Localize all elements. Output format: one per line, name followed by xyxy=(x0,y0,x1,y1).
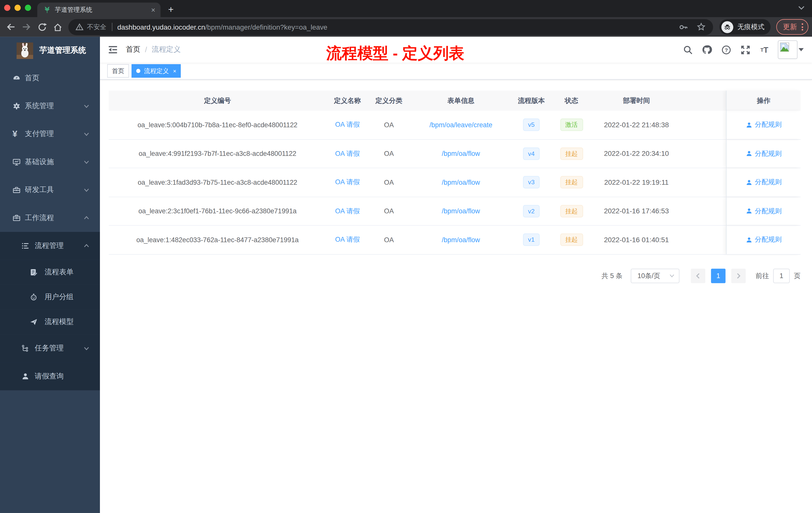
version-tag: v1 xyxy=(523,234,540,246)
tag-close-icon[interactable]: × xyxy=(173,68,176,74)
chevron-down-icon[interactable] xyxy=(798,6,805,10)
page-size-select[interactable]: 10条/页 xyxy=(631,268,679,283)
caret-down-icon[interactable] xyxy=(799,48,804,51)
forward-icon[interactable] xyxy=(19,22,34,32)
sidebar-item-system[interactable]: 系统管理 xyxy=(0,92,100,120)
col-header-name: 定义名称 xyxy=(326,91,369,111)
sidebar-item-leave-query[interactable]: 请假查询 xyxy=(0,362,100,390)
tag-home[interactable]: 首页 xyxy=(107,64,129,78)
status-badge: 挂起 xyxy=(560,147,583,160)
url-host: dashboard.yudao.iocoder.cn xyxy=(117,23,205,31)
tag-process-definition[interactable]: 流程定义 × xyxy=(132,64,181,78)
search-icon[interactable] xyxy=(682,45,693,55)
sidebar-item-process-model[interactable]: 流程模型 xyxy=(0,309,100,334)
window-minimize-button[interactable] xyxy=(14,5,21,11)
main-area: 首页 / 流程定义 xyxy=(100,37,812,513)
sidebar-item-infrastructure[interactable]: 基础设施 xyxy=(0,148,100,176)
sidebar-item-home[interactable]: 首页 xyxy=(0,64,100,92)
browser-tab[interactable]: 芋道管理系统 × xyxy=(37,2,161,17)
cell-definition-id: oa_leave:5:004b710b-7b8a-11ec-8ef0-acde4… xyxy=(109,111,326,139)
next-page-button[interactable] xyxy=(731,268,746,283)
prev-page-button[interactable] xyxy=(691,268,705,283)
sidebar-item-process-form[interactable]: 流程表单 xyxy=(0,260,100,284)
pagination: 共 5 条 10条/页 1 前往 页 xyxy=(109,268,801,283)
definition-name-link[interactable]: OA 请假 xyxy=(335,149,360,158)
url-omnibox[interactable]: 不安全 dashboard.yudao.iocoder.cn/bpm/manag… xyxy=(68,19,713,35)
font-size-icon[interactable]: TT xyxy=(759,45,770,54)
chevron-down-icon xyxy=(669,273,675,279)
col-header-deploy-time: 部署时间 xyxy=(593,91,680,111)
user-menu[interactable] xyxy=(778,40,804,59)
user-icon xyxy=(746,208,752,215)
status-badge: 挂起 xyxy=(560,176,583,189)
chevron-right-icon xyxy=(736,273,741,279)
dashboard-icon xyxy=(12,74,21,82)
definition-name-link[interactable]: OA 请假 xyxy=(335,206,360,216)
definition-name-link[interactable]: OA 请假 xyxy=(335,235,360,244)
browser-chrome: 芋道管理系统 × + xyxy=(0,0,812,37)
definition-name-link[interactable]: OA 请假 xyxy=(335,178,360,187)
star-icon[interactable] xyxy=(696,22,706,32)
sidebar-item-user-group[interactable]: 用户分组 xyxy=(0,284,100,309)
sidebar-item-process-management[interactable]: 流程管理 xyxy=(0,232,100,260)
definition-table: 定义编号 定义名称 定义分类 表单信息 流程版本 状态 部署时间 操作 oa_l… xyxy=(109,91,801,254)
sidebar-item-workflow[interactable]: 工作流程 xyxy=(0,204,100,232)
col-header-status: 状态 xyxy=(550,91,593,111)
breadcrumb-home[interactable]: 首页 xyxy=(126,45,140,54)
form-link[interactable]: /bpm/oa/flow xyxy=(442,207,480,215)
annotation-title: 流程模型 - 定义列表 xyxy=(326,43,464,64)
github-icon[interactable] xyxy=(701,44,713,55)
fullscreen-icon[interactable] xyxy=(740,45,751,55)
window-close-button[interactable] xyxy=(4,5,10,11)
briefcase-icon xyxy=(12,214,21,222)
update-button[interactable]: 更新 xyxy=(776,19,809,35)
goto-page-input[interactable] xyxy=(773,268,790,283)
home-icon[interactable] xyxy=(50,22,65,32)
cell-deploy-time: 2022-01-16 01:40:51 xyxy=(593,225,680,254)
new-tab-button[interactable]: + xyxy=(165,3,177,16)
sidebar-logo[interactable]: 芋道管理系统 xyxy=(0,37,100,64)
app-title: 芋道管理系统 xyxy=(39,46,86,56)
pagination-total: 共 5 条 xyxy=(602,271,622,280)
user-icon xyxy=(746,179,752,186)
cell-category: OA xyxy=(369,197,409,225)
tags-view: 首页 流程定义 × xyxy=(100,63,812,80)
avatar[interactable] xyxy=(778,40,798,59)
definition-name-link[interactable]: OA 请假 xyxy=(335,120,360,129)
sidebar-item-dev-tools[interactable]: 研发工具 xyxy=(0,176,100,204)
form-link[interactable]: /bpm/oa/leave/create xyxy=(429,121,492,129)
tab-close-icon[interactable]: × xyxy=(151,6,155,13)
chevron-up-icon xyxy=(83,215,90,221)
assign-rule-link[interactable]: 分配规则 xyxy=(746,120,782,129)
incognito-badge: 无痕模式 xyxy=(719,19,771,35)
question-icon[interactable]: ? xyxy=(720,45,732,55)
sidebar-fold-icon[interactable] xyxy=(100,45,126,54)
assign-rule-link[interactable]: 分配规则 xyxy=(746,178,782,187)
window-zoom-button[interactable] xyxy=(25,5,31,11)
back-icon[interactable] xyxy=(3,22,19,32)
col-header-filler xyxy=(680,91,726,111)
url-path: /bpm/manager/definition?key=oa_leave xyxy=(205,23,327,31)
key-icon[interactable] xyxy=(678,22,688,32)
workflow-list-icon xyxy=(21,242,30,250)
form-link[interactable]: /bpm/oa/flow xyxy=(442,178,480,186)
user-icon xyxy=(746,236,752,243)
sidebar: 芋道管理系统 首页 xyxy=(0,37,100,513)
cell-category: OA xyxy=(369,168,409,196)
security-label[interactable]: 不安全 xyxy=(87,23,107,31)
table-header-row: 定义编号 定义名称 定义分类 表单信息 流程版本 状态 部署时间 操作 xyxy=(109,91,801,111)
form-link[interactable]: /bpm/oa/flow xyxy=(442,150,480,158)
col-header-actions: 操作 xyxy=(726,91,801,111)
assign-rule-link[interactable]: 分配规则 xyxy=(746,235,782,244)
assign-rule-link[interactable]: 分配规则 xyxy=(746,149,782,158)
reload-icon[interactable] xyxy=(34,22,50,32)
page-number-current[interactable]: 1 xyxy=(711,268,726,283)
yen-icon: ¥ xyxy=(12,130,21,138)
assign-rule-link[interactable]: 分配规则 xyxy=(746,206,782,216)
sidebar-item-payment[interactable]: ¥ 支付管理 xyxy=(0,120,100,148)
sidebar-item-task-management[interactable]: 任务管理 xyxy=(0,334,100,362)
menu-dots-icon[interactable] xyxy=(802,23,803,31)
status-badge: 挂起 xyxy=(560,205,583,217)
form-link[interactable]: /bpm/oa/flow xyxy=(442,236,480,244)
paper-plane-icon xyxy=(30,318,38,326)
